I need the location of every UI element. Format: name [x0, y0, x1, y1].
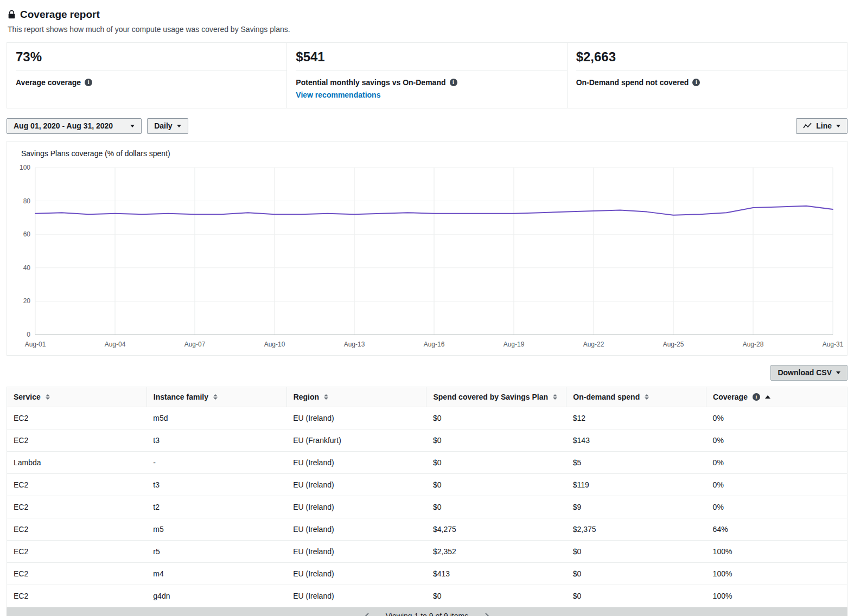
svg-text:Aug-16: Aug-16 [424, 341, 445, 348]
divider [296, 70, 566, 71]
svg-text:100: 100 [20, 164, 30, 171]
date-range-dropdown[interactable]: Aug 01, 2020 - Aug 31, 2020 [7, 118, 142, 134]
table-row: EC2r5EU (Ireland)$2,352$0100% [7, 540, 847, 562]
sort-arrows-icon [645, 394, 649, 400]
cell-region: EU (Ireland) [286, 451, 426, 473]
column-header-region[interactable]: Region [286, 387, 426, 407]
table-row: EC2t3EU (Frankfurt)$0$1430% [7, 429, 847, 451]
pagination-bar: Viewing 1 to 9 of 9 items [7, 607, 847, 616]
cell-service: EC2 [7, 518, 147, 540]
cell-ondemand-spend: $0 [566, 562, 706, 585]
cell-spend-covered: $413 [426, 562, 566, 585]
column-header-spend-covered[interactable]: Spend covered by Savings Plan [426, 387, 566, 407]
cell-service: Lambda [7, 451, 147, 473]
lock-icon [8, 10, 16, 20]
stat-average-coverage: 73% Average coverage [7, 43, 287, 108]
chart-title: Savings Plans coverage (% of dollars spe… [7, 148, 847, 163]
chart-type-dropdown[interactable]: Line [796, 118, 847, 134]
column-label: Region [294, 393, 319, 401]
coverage-chart-panel: Savings Plans coverage (% of dollars spe… [7, 141, 847, 356]
granularity-dropdown[interactable]: Daily [147, 118, 188, 134]
page-header: Coverage report [8, 9, 847, 21]
table-body: EC2m5dEU (Ireland)$0$120%EC2t3EU (Frankf… [7, 407, 847, 607]
info-icon[interactable] [692, 79, 700, 86]
page-title: Coverage report [20, 9, 100, 21]
cell-ondemand-spend: $12 [566, 407, 706, 429]
column-label: Instance family [154, 393, 208, 401]
chevron-down-icon [836, 371, 840, 374]
coverage-report-page: Coverage report This report shows how mu… [0, 0, 854, 616]
cell-instance-family: r5 [146, 540, 286, 562]
download-csv-button[interactable]: Download CSV [770, 365, 847, 381]
cell-service: EC2 [7, 496, 147, 518]
view-recommendations-link[interactable]: View recommendations [296, 91, 380, 99]
cell-coverage: 0% [706, 451, 847, 473]
info-icon[interactable] [753, 393, 760, 401]
cell-coverage: 100% [706, 585, 847, 607]
next-page-button[interactable] [482, 611, 492, 616]
info-icon[interactable] [450, 79, 457, 86]
cell-service: EC2 [7, 562, 147, 585]
cell-region: EU (Ireland) [286, 585, 426, 607]
cell-ondemand-spend: $2,375 [566, 518, 706, 540]
svg-text:Aug-10: Aug-10 [264, 341, 285, 348]
cell-coverage: 0% [706, 429, 847, 451]
cell-instance-family: g4dn [146, 585, 286, 607]
cell-spend-covered: $0 [426, 407, 566, 429]
stat-value: $541 [296, 49, 556, 65]
column-label: On-demand spend [573, 393, 640, 401]
svg-text:0: 0 [27, 331, 30, 338]
stat-label: On-Demand spend not covered [576, 78, 689, 87]
column-header-service[interactable]: Service [7, 387, 147, 407]
cell-coverage: 0% [706, 496, 847, 518]
cell-instance-family: m5d [146, 407, 286, 429]
cell-spend-covered: $0 [426, 496, 566, 518]
svg-text:80: 80 [23, 197, 31, 204]
cell-instance-family: t3 [146, 473, 286, 496]
column-label: Coverage [713, 393, 748, 401]
cell-service: EC2 [7, 473, 147, 496]
cell-ondemand-spend: $0 [566, 585, 706, 607]
previous-page-button[interactable] [362, 611, 372, 616]
cell-instance-family: t3 [146, 429, 286, 451]
svg-text:Aug-31: Aug-31 [823, 341, 844, 348]
svg-text:20: 20 [23, 297, 31, 305]
svg-text:Aug-25: Aug-25 [663, 341, 684, 348]
svg-text:Aug-13: Aug-13 [344, 341, 365, 348]
cell-service: EC2 [7, 429, 147, 451]
cell-ondemand-spend: $143 [566, 429, 706, 451]
stat-value: $2,663 [576, 49, 836, 65]
table-row: EC2g4dnEU (Ireland)$0$0100% [7, 585, 847, 607]
coverage-table: Service Instance family Region [7, 387, 847, 607]
info-icon[interactable] [85, 79, 92, 86]
table-row: Lambda-EU (Ireland)$0$50% [7, 451, 847, 473]
cell-spend-covered: $0 [426, 451, 566, 473]
svg-text:60: 60 [23, 230, 31, 238]
table-row: EC2t3EU (Ireland)$0$1190% [7, 473, 847, 496]
column-header-instance-family[interactable]: Instance family [146, 387, 286, 407]
cell-ondemand-spend: $5 [566, 451, 706, 473]
table-row: EC2m5EU (Ireland)$4,275$2,37564% [7, 518, 847, 540]
column-label: Service [14, 393, 41, 401]
cell-region: EU (Ireland) [286, 473, 426, 496]
table-row: EC2m5dEU (Ireland)$0$120% [7, 407, 847, 429]
stat-value: 73% [16, 49, 276, 65]
divider [16, 70, 286, 71]
column-header-ondemand-spend[interactable]: On-demand spend [566, 387, 706, 407]
svg-text:40: 40 [23, 264, 31, 272]
sort-arrows-icon [324, 394, 328, 400]
date-range-label: Aug 01, 2020 - Aug 31, 2020 [14, 121, 113, 130]
download-csv-label: Download CSV [777, 368, 832, 377]
stat-potential-savings: $541 Potential monthly savings vs On-Dem… [287, 43, 567, 108]
chevron-left-icon [365, 612, 369, 616]
line-chart-icon [803, 123, 812, 129]
table-row: EC2t2EU (Ireland)$0$90% [7, 496, 847, 518]
chevron-down-icon [130, 125, 135, 127]
cell-region: EU (Ireland) [286, 540, 426, 562]
cell-region: EU (Ireland) [286, 496, 426, 518]
table-row: EC2m4EU (Ireland)$413$0100% [7, 562, 847, 585]
svg-text:Aug-04: Aug-04 [105, 341, 126, 348]
cell-instance-family: m4 [146, 562, 286, 585]
column-header-coverage[interactable]: Coverage [706, 387, 847, 407]
cell-region: EU (Ireland) [286, 407, 426, 429]
